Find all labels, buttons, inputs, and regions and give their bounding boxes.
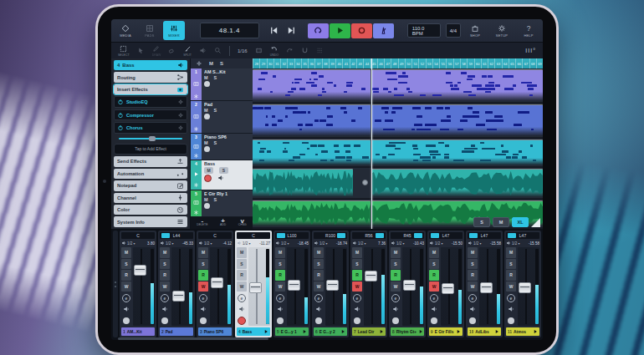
mixer-strip-2[interactable]: L441/2▾-45.33MSRWe2Pad (158, 231, 195, 337)
timeline-ruler[interactable]: 2829303132333435363738394041424344454647… (253, 58, 543, 68)
media-button[interactable]: MEDIA (115, 21, 136, 40)
fader-handle[interactable] (519, 282, 531, 293)
arrange-lane-3[interactable] (253, 168, 543, 200)
monitor-button[interactable] (275, 304, 285, 315)
mixer-strip-5[interactable]: L1001/2▾-18.45MSRWe5E G...y 1 (273, 231, 310, 337)
record-button[interactable] (275, 315, 285, 326)
solo-button[interactable]: S (468, 259, 478, 270)
mute-button[interactable]: M (160, 247, 170, 258)
write-automation-button[interactable]: W (429, 281, 439, 292)
pan-control[interactable]: C (237, 232, 270, 239)
erase-tool[interactable] (168, 45, 176, 57)
monitor-button[interactable] (314, 304, 324, 315)
mute-button[interactable]: M (468, 247, 478, 258)
track-row-e-gtr-rly-1[interactable]: 5E Gtr Rly 1MS (191, 190, 253, 217)
record-button[interactable] (237, 315, 247, 326)
record-enable-button[interactable]: R (314, 270, 324, 281)
track-mute-button[interactable]: M (204, 75, 208, 80)
eq-button[interactable]: e (121, 292, 131, 303)
output-routing[interactable]: 1/2▾-10.43 (391, 240, 424, 246)
inspector-item-send-effects[interactable]: Send Effects (114, 156, 187, 166)
output-routing[interactable]: 1/2▾-15.58 (506, 240, 539, 246)
effect-mix-slider[interactable] (114, 135, 187, 142)
eq-button[interactable]: e (506, 292, 516, 303)
mixer-drag-handle[interactable] (113, 231, 118, 337)
output-routing[interactable]: 1/2▾-15.58 (468, 240, 501, 246)
write-automation-button[interactable]: W (391, 281, 401, 292)
clip-segment[interactable] (371, 169, 543, 197)
tap-to-add-effect-button[interactable]: Tap to Add Effect (114, 144, 187, 155)
track-mute-button[interactable]: M (204, 140, 208, 145)
track-mute-button[interactable]: M (204, 197, 208, 202)
undo-tool[interactable]: UNDO (270, 45, 279, 57)
output-routing[interactable]: 1/2▾3.80 (121, 240, 155, 246)
clip-segment[interactable] (253, 104, 371, 136)
pan-control[interactable]: C (198, 232, 232, 239)
fader-handle[interactable] (403, 280, 416, 291)
solo-button[interactable]: S (121, 259, 131, 270)
arrange-lane-0[interactable] (253, 68, 543, 104)
eq-button[interactable]: e (429, 292, 439, 303)
fader-handle[interactable] (172, 291, 185, 302)
track-solo-button[interactable]: S (214, 197, 217, 202)
header-solo-label[interactable]: S (220, 61, 223, 66)
monitor-button[interactable] (160, 304, 170, 315)
draw-tool[interactable]: DRAW (152, 45, 161, 57)
mute-button[interactable]: M (391, 247, 401, 258)
monitor-button[interactable] (429, 304, 439, 315)
mixer-strip-11[interactable]: L471/2▾-15.58MSRWe11Atmos (504, 231, 541, 337)
fader-handle[interactable] (480, 282, 493, 293)
skip-back-button[interactable] (269, 26, 279, 35)
track-height-xl-button[interactable]: XL (512, 217, 529, 227)
pan-control[interactable]: R100 (314, 232, 347, 239)
track-record-button[interactable] (204, 203, 210, 209)
solo-button[interactable]: S (198, 259, 208, 270)
strip-name-label[interactable]: 7Lead Gtr (352, 327, 386, 336)
output-routing[interactable]: 1/2▾-18.74 (314, 240, 347, 246)
mute-button[interactable]: M (429, 247, 439, 258)
inspector-item-system-info[interactable]: System Info (114, 216, 187, 226)
track-record-button[interactable] (204, 81, 210, 87)
record-enable-button[interactable]: R (391, 270, 401, 281)
keys-icon[interactable]: lll° (525, 48, 536, 53)
inspector-item-automation[interactable]: Automation (114, 169, 187, 179)
strip-name-label[interactable]: 5E G...y 1 (275, 327, 309, 336)
pan-control[interactable]: R45 (391, 232, 424, 239)
mixer-strip-1[interactable]: C1/2▾3.80MSRWe1AM...Kit (120, 231, 156, 337)
output-routing[interactable]: 1/2▾-15.50 (429, 240, 463, 246)
resize-corner-handle[interactable] (531, 218, 540, 227)
fader-handle[interactable] (134, 265, 146, 276)
loop-range-tool[interactable] (255, 45, 263, 57)
clip-segment[interactable] (253, 69, 371, 101)
record-enable-button[interactable]: R (352, 270, 362, 281)
delete-track-button[interactable]: -DELETE (197, 219, 207, 227)
strip-name-label[interactable]: 4Bass (237, 327, 270, 336)
mute-button[interactable]: M (237, 247, 247, 258)
pan-control[interactable]: L47 (468, 232, 501, 239)
eq-button[interactable]: e (468, 292, 478, 303)
record-button[interactable] (352, 315, 362, 326)
record-enable-button[interactable]: R (506, 270, 516, 281)
output-routing[interactable]: 1/2▾7.36 (352, 240, 386, 246)
mixer-strip-4[interactable]: C1/2▾-11.27MSRWe4Bass (235, 231, 272, 337)
bpm-display[interactable]: 110.0 BPM (407, 23, 441, 38)
mixer-strip-8[interactable]: R451/2▾-10.43MSRWe8Rhytm Gt+ (389, 231, 426, 337)
snap-tool[interactable] (301, 45, 309, 57)
inspector-item-notepad[interactable]: Notepad (114, 180, 187, 190)
record-button[interactable] (314, 315, 324, 326)
monitor-button[interactable] (198, 304, 208, 315)
track-record-button[interactable] (204, 175, 212, 182)
pads-button[interactable]: PADS (139, 21, 161, 40)
skip-forward-button[interactable] (287, 26, 296, 35)
record-button[interactable] (351, 23, 372, 38)
track-row-piano-sp6[interactable]: 3Piano SP6MS (191, 134, 253, 160)
write-automation-button[interactable]: W (314, 281, 324, 292)
track-height-m-button[interactable]: M (493, 217, 509, 227)
eq-button[interactable]: e (160, 292, 170, 303)
inspector-item-insert-effects[interactable]: Insert Effects (114, 84, 187, 94)
record-enable-button[interactable]: R (468, 270, 478, 281)
track-solo-button[interactable]: S (219, 167, 228, 174)
mute-button[interactable]: M (352, 247, 362, 258)
monitor-button[interactable] (237, 304, 247, 315)
fader-handle[interactable] (442, 283, 454, 294)
